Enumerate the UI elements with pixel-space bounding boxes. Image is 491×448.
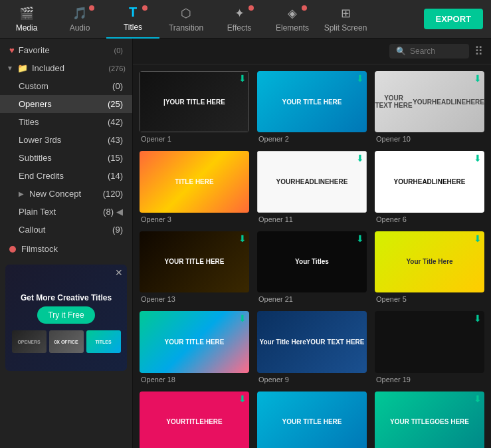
thumbnail-wrap: YOURHEADLINEHERE ⬇ [257, 151, 367, 212]
grid-item-opener18[interactable]: YOUR TITLE HERE ⬇ Opener 18 [136, 307, 253, 387]
sidebar-included-row[interactable]: ▼ 📁 Included (276) [0, 59, 132, 77]
search-icon: 🔍 [396, 47, 406, 56]
thumbnail: Your Title HereYOUR TEXT HERE [257, 311, 367, 372]
item-label: Opener 9 [257, 376, 367, 384]
thumbnail: YOURTITLEHERE [140, 392, 249, 448]
thumbnail: YOUR TITLEGOES HERE [375, 392, 484, 448]
nav-titles[interactable]: T Titles [106, 0, 159, 39]
ad-thumb-1: OPENERS [12, 330, 47, 353]
nav-media[interactable]: 🎬 Media [0, 0, 53, 39]
export-button[interactable]: EXPORT [424, 9, 483, 29]
favorite-label: Favorite [19, 45, 50, 55]
grid-item-opener16[interactable]: YOUR TITLEGOES HERE ⬇ Opener 16 [371, 388, 488, 448]
sidebar-filmstock[interactable]: Filmstock [0, 239, 132, 259]
grid-item-opener6[interactable]: YOURHEADLINEHERE ⬇ Opener 6 [371, 147, 488, 227]
thumbnail-wrap: |YOUR TITLE HERE ⬇ [140, 71, 249, 132]
grid-item-opener3[interactable]: TITLE HERE Opener 3 [136, 147, 253, 227]
thumbnail-wrap: Your Title Here ⬇ [375, 231, 484, 292]
plaintext-count: (8) [103, 207, 114, 217]
newconcept-count: (120) [103, 189, 123, 199]
filmstock-dot [9, 246, 16, 253]
nav-effects[interactable]: ✦ Effects [213, 0, 266, 39]
grid-item-opener21[interactable]: Your Titles ⬇ Opener 21 [253, 227, 371, 307]
nav-titles-label: Titles [124, 23, 142, 32]
item-label: Opener 5 [375, 295, 484, 303]
sidebar-favorite[interactable]: ♥ Favorite (0) [0, 41, 132, 59]
grid-item-opener5[interactable]: Your Title Here ⬇ Opener 5 [371, 227, 488, 307]
grid-item-opener9[interactable]: Your Title HereYOUR TEXT HERE Opener 9 [253, 307, 371, 387]
download-icon: ⬇ [474, 154, 482, 163]
download-icon: ⬇ [239, 314, 246, 323]
grid-view-button[interactable]: ⠿ [474, 44, 483, 58]
download-icon: ⬇ [239, 234, 246, 243]
grid-item-opener11[interactable]: YOURHEADLINEHERE ⬇ Opener 11 [253, 147, 371, 227]
grid-item-opener13[interactable]: YOUR TITLE HERE ⬇ Opener 13 [136, 227, 253, 307]
elements-dot [302, 5, 307, 11]
grid-item-opener4[interactable]: YOUR TITLE HERE Opener 4 [253, 388, 371, 448]
openers-count: (25) [108, 99, 123, 109]
sidebar-item-custom[interactable]: Custom (0) [0, 77, 132, 95]
nav-effects-label: Effects [227, 23, 251, 33]
main-area: ♥ Favorite (0) ▼ 📁 Included (276) Custom… [0, 39, 491, 448]
titles-icon: T [129, 5, 137, 20]
lower3rds-count: (43) [108, 135, 123, 145]
sidebar-item-titles[interactable]: Titles (42) [0, 113, 132, 131]
thumbnail-wrap: ⬇ [375, 311, 484, 372]
effects-dot [248, 5, 254, 11]
thumbnail: YOUR TITLE HERE [257, 71, 367, 132]
titles-count: (42) [108, 117, 123, 127]
sidebar-item-subtitles[interactable]: Subtitles (15) [0, 149, 132, 167]
sidebar-item-lower3rds[interactable]: Lower 3rds (43) [0, 131, 132, 149]
nav-transition[interactable]: ⬡ Transition [159, 0, 213, 39]
titles-label: Titles [19, 117, 39, 127]
download-icon: ⬇ [474, 74, 482, 83]
sidebar: ♥ Favorite (0) ▼ 📁 Included (276) Custom… [0, 39, 133, 448]
custom-label: Custom [19, 81, 49, 91]
sidebar-item-callout[interactable]: Callout (9) [0, 221, 132, 239]
thumbnail-wrap: YOUR TITLE HERE ⬇ [140, 231, 249, 292]
thumbnail-wrap: YOUR TITLE HERE ⬇ [257, 71, 367, 132]
thumbnail: Your Title Here [375, 231, 484, 292]
grid-item-opener1[interactable]: |YOUR TITLE HERE ⬇ Opener 1 [136, 67, 253, 147]
audio-dot [89, 5, 94, 11]
download-icon: ⬇ [474, 314, 482, 323]
thumbnail-wrap: YOUR TITLEGOES HERE ⬇ [375, 392, 484, 448]
thumbnail: TITLE HERE [140, 151, 249, 212]
lower3rds-label: Lower 3rds [19, 135, 61, 145]
download-icon: ⬇ [239, 394, 246, 403]
elements-icon: ◈ [288, 6, 297, 21]
splitscreen-icon: ⊞ [341, 6, 351, 21]
thumbnail: YOUR TEXT HEREYOURHEADLINEHERE [375, 71, 484, 132]
arrow-icon: ◀ [116, 207, 123, 217]
included-count: (276) [108, 64, 126, 72]
search-input[interactable] [410, 47, 463, 56]
grid-item-opener2[interactable]: YOUR TITLE HERE ⬇ Opener 2 [253, 67, 371, 147]
top-nav: 🎬 Media 🎵 Audio T Titles ⬡ Transition ✦ … [0, 0, 491, 39]
folder-icon: 📁 [17, 63, 28, 73]
sidebar-item-endcredits[interactable]: End Credits (14) [0, 167, 132, 185]
audio-icon: 🎵 [72, 6, 87, 21]
chevron-down-icon: ▼ [7, 64, 13, 72]
ad-try-button[interactable]: Try it Free [37, 306, 94, 324]
sidebar-item-openers[interactable]: Openers (25) [0, 95, 132, 113]
nav-transition-label: Transition [169, 23, 203, 33]
grid-item-opener19[interactable]: ⬇ Opener 19 [371, 307, 488, 387]
nav-elements-label: Elements [276, 23, 309, 33]
thumbnail-wrap: TITLE HERE [140, 151, 249, 212]
sidebar-item-newconcept[interactable]: ▶ New Concept (120) [0, 185, 132, 203]
ad-close-button[interactable]: ✕ [115, 267, 123, 278]
ad-banner: ✕ Get More Creative Titles Try it Free O… [5, 265, 127, 371]
included-label: Included [32, 63, 104, 73]
grid-item-opener7[interactable]: YOURTITLEHERE ⬇ Opener 7 [136, 388, 253, 448]
grid-item-opener10[interactable]: YOUR TEXT HEREYOURHEADLINEHERE ⬇ Opener … [371, 67, 488, 147]
heart-icon: ♥ [9, 45, 15, 55]
search-box[interactable]: 🔍 [389, 44, 469, 58]
thumbnail-wrap: YOUR TITLE HERE ⬇ [140, 311, 249, 372]
newconcept-label: New Concept [29, 189, 81, 199]
nav-splitscreen[interactable]: ⊞ Split Screen [319, 0, 372, 39]
sidebar-item-plaintext[interactable]: Plain Text (8) ◀ [0, 203, 132, 221]
thumbnail-wrap: YOUR TEXT HEREYOURHEADLINEHERE ⬇ [375, 71, 484, 132]
item-label: Opener 11 [257, 215, 367, 223]
nav-audio[interactable]: 🎵 Audio [53, 0, 106, 39]
nav-elements[interactable]: ◈ Elements [266, 0, 319, 39]
